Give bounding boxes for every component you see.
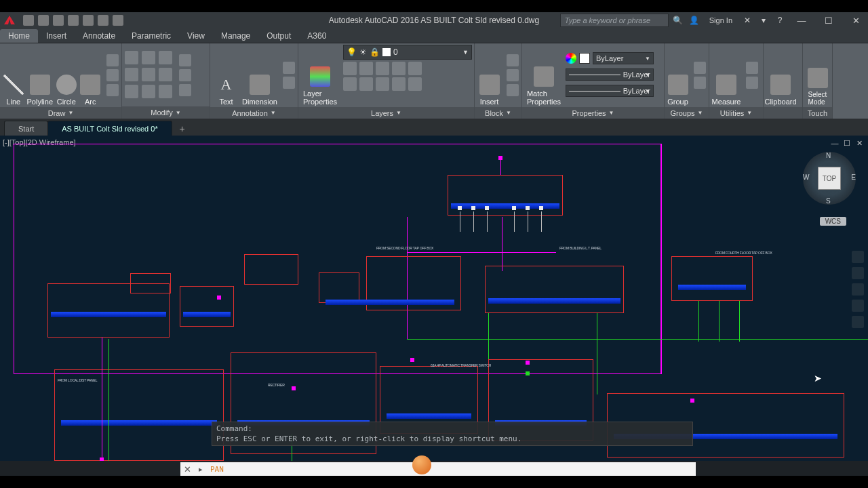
saveas-icon[interactable] [68, 15, 79, 26]
layer-dropdown[interactable]: 💡☀🔒 0 ▼ [343, 45, 472, 60]
fillet-icon[interactable] [159, 68, 172, 81]
edit-block-icon[interactable] [507, 69, 519, 81]
maximize-button[interactable]: ☐ [816, 12, 841, 28]
panel-draw-title: Draw [48, 109, 66, 117]
linetype-dropdown[interactable]: ByLayer▼ [566, 83, 654, 98]
signin-icon[interactable]: 👤 [688, 14, 701, 27]
select-all-icon[interactable] [746, 62, 758, 74]
dimension-button[interactable]: Dimension [242, 45, 277, 106]
circle-button[interactable]: Circle [56, 45, 77, 106]
select-mode-icon [808, 68, 828, 88]
tab-parametric[interactable]: Parametric [123, 29, 179, 43]
tab-home[interactable]: Home [0, 29, 38, 43]
command-line[interactable]: ✕ ▸ PAN [180, 462, 696, 476]
doctab-drawing[interactable]: AS BUILT Colt Sld revised 0* [47, 121, 172, 136]
tab-output[interactable]: Output [258, 29, 299, 43]
panel-touch-title: Touch [808, 109, 827, 117]
trim-icon[interactable] [159, 51, 172, 64]
panel-utilities: Measure Utilities▼ [709, 43, 764, 119]
circle-icon [56, 75, 77, 95]
erase-icon[interactable] [179, 54, 191, 66]
color-dropdown[interactable]: ByLayer▼ [566, 51, 654, 66]
table-icon[interactable] [283, 77, 295, 89]
hatch-icon[interactable] [106, 69, 119, 81]
command-history: Command: Press ESC or ENTER to exit, or … [212, 422, 693, 446]
create-block-icon[interactable] [507, 54, 519, 66]
scale-icon[interactable] [142, 85, 155, 98]
undo-icon[interactable] [98, 15, 108, 26]
close-button[interactable]: ✕ [844, 12, 868, 28]
doctab-new[interactable]: + [176, 122, 189, 136]
laythw-icon[interactable] [376, 77, 389, 91]
rotate-icon[interactable] [142, 51, 155, 64]
tab-insert[interactable]: Insert [38, 29, 75, 43]
layoff-icon[interactable] [343, 62, 357, 75]
tab-a360[interactable]: A360 [299, 29, 334, 43]
arc-button[interactable]: Arc [80, 45, 101, 106]
paste-button[interactable]: Clipboard [766, 45, 795, 106]
groupedit-icon[interactable] [694, 77, 706, 89]
text-icon: A [216, 75, 237, 95]
editattr-icon[interactable] [507, 84, 519, 96]
app-menu-button[interactable] [0, 12, 19, 28]
offset-icon[interactable] [179, 84, 191, 96]
panel-properties: Match Properties ByLayer▼ ByLayer▼ ByLay… [522, 43, 665, 119]
dimension-icon [250, 75, 270, 95]
laymcur-icon[interactable] [408, 77, 422, 91]
cmd-hist-line: Press ESC or ENTER to exit, or right-cli… [216, 434, 688, 444]
group-button[interactable]: Group [667, 45, 688, 106]
save-icon[interactable] [53, 15, 64, 26]
tab-manage[interactable]: Manage [213, 29, 258, 43]
laylck-icon[interactable] [392, 62, 406, 75]
mirror-icon[interactable] [142, 68, 155, 81]
signin-label[interactable]: Sign In [704, 16, 738, 24]
layuniso-icon[interactable] [359, 77, 373, 91]
help-icon[interactable]: ? [773, 14, 787, 27]
drawing-canvas[interactable]: [-][Top][2D Wireframe] — ☐ ✕ TOP N S E W… [0, 136, 868, 461]
measure-button[interactable]: Measure [712, 45, 741, 106]
laymatch-icon[interactable] [408, 62, 422, 75]
polyline-icon [30, 75, 50, 95]
array-icon[interactable] [159, 85, 172, 98]
layfrz-icon[interactable] [376, 62, 389, 75]
line-button[interactable]: Line [3, 45, 24, 106]
lineweight-dropdown[interactable]: ByLayer▼ [566, 67, 654, 82]
insert-button[interactable]: Insert [477, 45, 501, 106]
explode-icon[interactable] [179, 69, 191, 81]
doctab-start[interactable]: Start [4, 121, 48, 136]
new-icon[interactable] [23, 15, 34, 26]
exchange-icon[interactable]: ✕ [741, 14, 754, 27]
copy-icon[interactable] [125, 68, 138, 81]
tab-annotate[interactable]: Annotate [75, 29, 123, 43]
polyline-button[interactable]: Polyline [26, 45, 53, 106]
layiso-icon[interactable] [359, 62, 373, 75]
text-button[interactable]: AText [213, 45, 239, 106]
keyword-search[interactable]: Type a keyword or phrase [560, 14, 669, 27]
ribbon-tabs: Home Insert Annotate Parametric View Man… [0, 28, 868, 43]
cmd-options-icon[interactable]: ▸ [194, 465, 208, 474]
stretch-icon[interactable] [125, 85, 138, 98]
panel-block-title: Block [485, 109, 503, 117]
panel-layers: Layer Properties 💡☀🔒 0 ▼ Layers▼ [298, 43, 475, 119]
ungroup-icon[interactable] [694, 62, 706, 74]
layulk-icon[interactable] [392, 77, 406, 91]
plot-icon[interactable] [83, 15, 94, 26]
redo-icon[interactable] [113, 15, 123, 26]
measure-icon [716, 75, 736, 95]
stayconnected-icon[interactable]: ▾ [757, 14, 770, 27]
layer-properties-button[interactable]: Layer Properties [301, 45, 339, 106]
quickcalc-icon[interactable] [746, 77, 758, 89]
open-icon[interactable] [38, 15, 49, 26]
tab-view[interactable]: View [179, 29, 213, 43]
move-icon[interactable] [125, 51, 138, 64]
infocenter-search-icon[interactable]: 🔍 [671, 14, 685, 27]
cmd-close-icon[interactable]: ✕ [180, 464, 194, 474]
rect-icon[interactable] [106, 54, 119, 66]
arc-icon [80, 75, 100, 95]
select-mode-button[interactable]: Select Mode [806, 45, 829, 106]
match-properties-button[interactable]: Match Properties [525, 45, 563, 106]
minimize-button[interactable]: — [789, 12, 814, 28]
layon-icon[interactable] [343, 77, 357, 91]
ellipse-icon[interactable] [106, 84, 119, 96]
leader-icon[interactable] [283, 62, 295, 74]
